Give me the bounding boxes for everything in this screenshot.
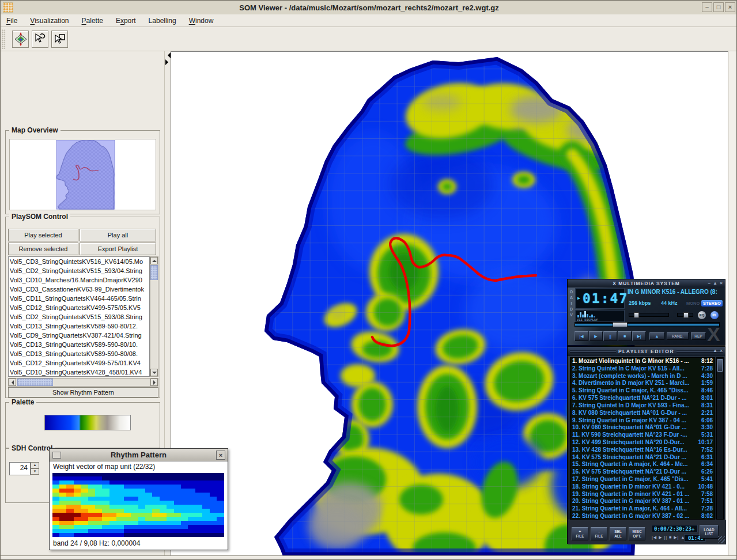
rand-button[interactable]: RAND. (667, 332, 689, 340)
playlist-item[interactable]: 22. String Quartet in G major KV 387 - 0… (570, 513, 715, 520)
track-list-hscrollbar[interactable] (8, 378, 158, 387)
play-all-button[interactable]: Play all (80, 229, 156, 241)
track-marquee[interactable]: IN G MINOR K516 - ALLEGRO (8: (628, 289, 721, 296)
playlist-editor-window[interactable]: PLAYLIST EDITOR ▴ × 1. Mozart Violinquin… (567, 346, 725, 544)
transport-button[interactable]: || (603, 331, 617, 341)
position-slider[interactable] (575, 322, 720, 327)
menu-item[interactable]: Labelling (149, 17, 176, 25)
toolbar-drag-handle[interactable] (2, 29, 6, 49)
playlist-item[interactable]: 14. KV 575 Streichquartett NÂ°21 D-Dur .… (570, 454, 715, 461)
track-list-item[interactable]: Vol5_CD9_StringQuartetsKV387-421/04.Stri… (9, 331, 149, 340)
menu-item[interactable]: Export (116, 17, 136, 25)
transport-button[interactable]: ▶ (589, 331, 603, 341)
playlist-item[interactable]: 21. String Quartet in A major, K. 464 - … (570, 505, 715, 513)
transport-button[interactable]: ■ (618, 331, 632, 341)
playlist-titlebar[interactable]: PLAYLIST EDITOR ▴ × (568, 347, 725, 356)
eq-button[interactable]: EQ (698, 311, 706, 319)
time-display[interactable]: ▶ 01:47 (575, 288, 625, 309)
playlist-action-button[interactable]: -FILE (591, 527, 607, 540)
spinner-down-icon[interactable]: ▼ (31, 468, 39, 475)
menu-item[interactable]: Window (189, 17, 214, 25)
vscroll-thumb[interactable] (150, 265, 158, 280)
remove-selected-button[interactable]: Remove selected (8, 243, 78, 255)
playlist-item[interactable]: 2. String Quintet In C Major KV 515 - Al… (570, 365, 715, 373)
minimize-button[interactable]: – (702, 2, 712, 12)
pl-button[interactable]: PL (710, 311, 719, 319)
export-playlist-button[interactable]: Export Playlist (80, 243, 156, 255)
player-titlebar[interactable]: X MULTIMEDIA SYSTEM – ▴ × (568, 279, 725, 287)
track-list-item[interactable]: Vol5_CD13_StringQuartetsKV589-590-80/10. (9, 340, 149, 349)
playlist-action-button[interactable]: MISCOPT. (629, 527, 645, 540)
splitter-expand-right-icon[interactable] (165, 59, 171, 65)
freeform-select-tool-button[interactable] (32, 31, 48, 48)
playlist-item[interactable]: 7. String Quintet In D Major KV 593 - Fi… (570, 402, 715, 410)
rhythm-window-titlebar[interactable]: Rhythm Pattern × (50, 449, 228, 461)
close-button[interactable]: × (725, 2, 735, 12)
track-list-item[interactable]: Vol5_CD2_StringQuintetsKV515_593/08.Stri… (9, 312, 149, 321)
playlist-item[interactable]: 3. Mozart (complete works) - March in D … (570, 373, 715, 380)
rhythm-pattern-window[interactable]: Rhythm Pattern × Weight vector of map un… (49, 448, 228, 550)
eject-button[interactable]: ▲ (649, 332, 664, 340)
playlist-item[interactable]: 10. KV 080 Streichquartett NÂ°01 G-Dur .… (570, 424, 715, 432)
clutter-letter[interactable]: O (569, 289, 574, 295)
playlist-item[interactable]: 6. KV 575 Streichquartett NÂ°21 D-Dur - … (570, 395, 715, 402)
player-window-buttons[interactable]: – ▴ × (708, 281, 724, 286)
track-list-item[interactable]: Vol5_CD12_StringQuartetsKV499-575/01.KV4 (9, 358, 149, 368)
scroll-right-icon[interactable] (150, 379, 158, 386)
rect-select-tool-button[interactable] (51, 31, 68, 48)
playlist-item[interactable]: 1. Mozart Violinquintet In G Minor K516 … (570, 358, 715, 365)
playlist-item[interactable]: 19. String Quartet in D minor KV 421 - 0… (570, 491, 715, 498)
menu-item[interactable]: File (6, 17, 17, 25)
clutter-letter[interactable]: D (569, 307, 574, 312)
track-list-item[interactable]: Vol5_CD12_StringQuartetsKV499-575/05.KV5 (9, 303, 149, 312)
rhythm-close-button[interactable]: × (216, 451, 225, 460)
play-selected-button[interactable]: Play selected (8, 229, 78, 241)
window-menu-icon[interactable] (52, 452, 61, 459)
track-list-item[interactable]: Vol5_CD11_StringQuartetsKV464-465/05.Str… (9, 294, 149, 303)
scroll-up-icon[interactable] (150, 257, 158, 264)
menu-item[interactable]: Palette (82, 17, 103, 25)
load-list-button[interactable]: LOADLIST (700, 525, 719, 539)
track-list-vscrollbar[interactable] (150, 256, 158, 377)
show-rhythm-pattern-button[interactable]: Show Rhythm Pattern (8, 387, 158, 398)
playlist-item[interactable]: 20. String Quartet in G major KV 387 - 0… (570, 498, 715, 505)
volume-knob[interactable] (634, 312, 639, 318)
viz-display[interactable]: VIZ DISPLAY (575, 310, 625, 322)
balance-slider[interactable] (677, 313, 693, 317)
position-knob[interactable] (613, 322, 628, 327)
playlist-item[interactable]: 12. KV 499 Streichquartett NÂ°20 D-Dur..… (570, 439, 715, 447)
playlist-item[interactable]: 16. KV 575 Streichquartett NÂ°21 D-Dur .… (570, 468, 715, 476)
clutter-letter[interactable]: A (569, 295, 574, 301)
sdh-value-field[interactable]: 24 (9, 462, 31, 475)
playlist-item[interactable]: 9. String Quartet in G major KV 387 - 04… (570, 417, 715, 425)
track-list-item[interactable]: Vol5_CD3_StringQuintetsKV516_KV614/05.Mo (9, 257, 149, 266)
playlist-mini-transport[interactable]: |◀ ▶ || ■ ▶| ▲ (652, 535, 685, 540)
hscroll-thumb[interactable] (17, 379, 53, 386)
playlist-item[interactable]: 4. Divertimento in D major KV 251 - Marc… (570, 380, 715, 387)
playlist-item[interactable]: 5. String Quartet in C major, K. 465 "Di… (570, 387, 715, 395)
volume-slider[interactable] (629, 313, 669, 317)
clutter-letter[interactable]: I (569, 301, 574, 307)
map-overview-thumbnail[interactable] (56, 140, 116, 210)
playlist-item[interactable]: 17. String Quartet in C major, K. 465 "D… (570, 476, 715, 483)
spinner-up-icon[interactable]: ▲ (31, 462, 39, 468)
playlist-list[interactable]: 1. Mozart Violinquintet In G Minor K516 … (570, 357, 715, 520)
track-list-item[interactable]: Vol5_CD2_StringQuintetsKV515_593/04.Stri… (9, 266, 149, 275)
playlist-item[interactable]: 8. KV 080 Streichquartett NÂ°01 G-Dur - … (570, 410, 715, 417)
playlist-scroll-thumb[interactable] (717, 359, 723, 372)
track-list-item[interactable]: Vol5_CD10_StringQuartetsKV428_458/01.KV4 (9, 368, 149, 377)
playlist-item[interactable]: 13. KV 428 Streichquartett NÂ°16 Es-Dur.… (570, 447, 715, 454)
track-list-item[interactable]: Vol3_CD10_Marches/16.MarchinDmajorKV290 (9, 275, 149, 285)
playlist-scrollbar[interactable] (716, 357, 724, 520)
clutter-bar[interactable]: OAIDV (569, 289, 574, 319)
playlist-item[interactable]: 11. KV 590 Streichquartett NÂ°23 F-Dur -… (570, 432, 715, 439)
som-view-tool-button[interactable] (12, 31, 29, 48)
menu-item[interactable]: Visualization (30, 17, 69, 25)
transport-button[interactable]: |◀ (575, 331, 588, 341)
playlist-action-button[interactable]: +FILE (572, 527, 588, 540)
track-list-item[interactable]: Vol3_CD3_CassationenKV63-99_Divertimento… (9, 285, 149, 294)
track-list-item[interactable]: Vol5_CD13_StringQuartetsKV589-590-80/08. (9, 349, 149, 358)
sdh-spinner[interactable]: 24 ▲ ▼ (9, 462, 39, 475)
title-bar[interactable]: SOM Viewer - /data/music/Mozart/som/moza… (1, 1, 737, 14)
playlist-item[interactable]: 18. String Quartet in D minor KV 421 - 0… (570, 483, 715, 491)
